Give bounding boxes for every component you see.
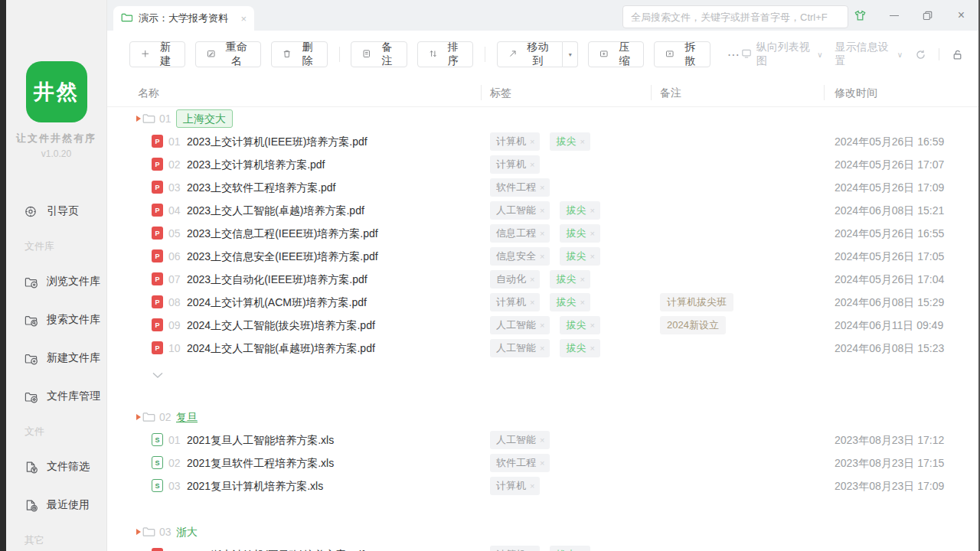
tag-remove-icon[interactable]: × bbox=[540, 252, 544, 261]
tag-chip[interactable]: 计算机× bbox=[490, 477, 540, 495]
sidebar-item[interactable]: 文件库管理 bbox=[6, 377, 106, 416]
tag-remove-icon[interactable]: × bbox=[540, 321, 544, 330]
tag-remove-icon[interactable]: × bbox=[530, 137, 534, 146]
tag-remove-icon[interactable]: × bbox=[590, 321, 594, 330]
lock-icon[interactable] bbox=[952, 49, 963, 60]
display-settings-dropdown[interactable]: 显示信息设置 ∨ bbox=[835, 41, 903, 68]
sidebar-item[interactable]: 文件筛选 bbox=[6, 448, 106, 486]
toolbar-button[interactable]: 排序 bbox=[417, 41, 473, 67]
file-name[interactable]: 2021复旦人工智能培养方案.xls bbox=[187, 429, 334, 452]
file-name[interactable]: 2024上交人工智能(卓越班)培养方案.pdf bbox=[187, 337, 375, 360]
tag-remove-icon[interactable]: × bbox=[590, 206, 594, 215]
toolbar-button[interactable]: 备注 bbox=[351, 41, 407, 67]
minimize-icon[interactable] bbox=[887, 9, 900, 22]
tag-chip[interactable]: 拔尖× bbox=[550, 132, 590, 151]
file-name[interactable]: 2021复旦计算机培养方案.xls bbox=[187, 474, 323, 497]
tag-chip[interactable]: 软件工程× bbox=[490, 178, 550, 197]
tag-chip[interactable]: 计算机× bbox=[490, 546, 540, 551]
tag-remove-icon[interactable]: × bbox=[540, 229, 544, 238]
tag-remove-icon[interactable]: × bbox=[530, 298, 534, 307]
tab-close-icon[interactable]: × bbox=[240, 13, 247, 24]
tag-chip[interactable]: 拔尖× bbox=[560, 247, 599, 266]
expand-arrow-icon[interactable] bbox=[136, 414, 141, 420]
tag-remove-icon[interactable]: × bbox=[590, 344, 594, 353]
tag-chip[interactable]: 信息工程× bbox=[490, 224, 550, 243]
tag-chip[interactable]: 拔尖× bbox=[560, 339, 599, 357]
tag-chip[interactable]: 拔尖× bbox=[560, 201, 599, 220]
tag-remove-icon[interactable]: × bbox=[580, 275, 584, 284]
tag-chip[interactable]: 自动化× bbox=[490, 270, 540, 289]
file-name[interactable]: 2024上交计算机(ACM班)培养方案.pdf bbox=[187, 291, 367, 314]
file-row[interactable]: P092024上交人工智能(拔尖班)培养方案.pdf人工智能×拔尖×2024新设… bbox=[107, 314, 978, 337]
tag-remove-icon[interactable]: × bbox=[530, 160, 534, 169]
tag-remove-icon[interactable]: × bbox=[530, 481, 534, 491]
toolbar-button[interactable]: 删除 bbox=[271, 41, 327, 67]
tag-chip[interactable]: 计算机× bbox=[490, 293, 540, 311]
folder-row[interactable]: 01上海交大 bbox=[107, 107, 978, 130]
file-name[interactable]: 2023上交软件工程培养方案.pdf bbox=[187, 176, 336, 199]
close-window-icon[interactable]: × bbox=[955, 9, 968, 22]
move-to-dropdown-arrow[interactable]: ▾ bbox=[563, 41, 578, 67]
sidebar-item[interactable]: 新建文件库 bbox=[6, 339, 106, 377]
view-mode-dropdown[interactable]: 纵向列表视图 ∨ bbox=[741, 41, 823, 68]
global-search-input[interactable] bbox=[622, 5, 848, 28]
folder-name[interactable]: 上海交大 bbox=[176, 109, 233, 128]
tag-chip[interactable]: 拔尖× bbox=[550, 293, 590, 311]
tag-remove-icon[interactable]: × bbox=[540, 206, 544, 215]
tag-remove-icon[interactable]: × bbox=[590, 229, 594, 238]
toolbar-button[interactable]: 新建 bbox=[129, 41, 185, 67]
restore-icon[interactable] bbox=[921, 9, 934, 22]
sidebar-item[interactable]: 搜索文件库 bbox=[6, 301, 106, 339]
file-row[interactable]: P052023上交信息工程(IEEE班)培养方案.pdf信息工程×拔尖×2024… bbox=[107, 222, 978, 245]
file-name[interactable]: 2023上交计算机培养方案.pdf bbox=[187, 153, 325, 176]
tag-chip[interactable]: 拔尖× bbox=[550, 546, 590, 551]
toolbar-button[interactable]: 移动到 bbox=[497, 41, 564, 67]
tag-remove-icon[interactable]: × bbox=[580, 298, 584, 307]
toolbar-button[interactable]: 拆散 bbox=[654, 41, 710, 67]
toolbar-button[interactable]: 压缩 bbox=[588, 41, 644, 67]
tag-chip[interactable]: 拔尖× bbox=[550, 270, 590, 289]
file-row[interactable]: S012021复旦人工智能培养方案.xls人工智能×2023年08月23日 17… bbox=[107, 429, 978, 452]
file-row[interactable]: P022023上交计算机培养方案.pdf计算机×2024年05月26日 17:0… bbox=[107, 153, 978, 176]
tag-chip[interactable]: 软件工程× bbox=[490, 454, 550, 472]
file-name[interactable]: 2023上交计算机(IEEE班)培养方案.pdf bbox=[187, 130, 368, 153]
refresh-icon[interactable] bbox=[915, 49, 926, 60]
file-row[interactable]: P012023上交计算机(IEEE班)培养方案.pdf计算机×拔尖×2024年0… bbox=[107, 130, 978, 153]
sidebar-item[interactable]: 引导页 bbox=[6, 192, 106, 230]
tag-chip[interactable]: 人工智能× bbox=[490, 431, 550, 449]
sidebar-item[interactable]: 最近使用 bbox=[6, 486, 106, 524]
folder-name[interactable]: 复旦 bbox=[176, 406, 198, 429]
folder-row[interactable]: 02复旦 bbox=[107, 406, 978, 429]
tag-chip[interactable]: 人工智能× bbox=[490, 201, 550, 220]
file-name[interactable]: 2023上交自动化(IEEE班)培养方案.pdf bbox=[187, 268, 368, 291]
tag-remove-icon[interactable]: × bbox=[540, 183, 544, 192]
more-actions-icon[interactable]: ⋯ bbox=[727, 47, 741, 62]
file-row[interactable]: P012021浙大计算机(图灵班)培养方案.pdf计算机×拔尖× bbox=[107, 543, 978, 551]
tag-chip[interactable]: 信息安全× bbox=[490, 247, 550, 266]
file-row[interactable]: P032023上交软件工程培养方案.pdf软件工程×2024年05月26日 17… bbox=[107, 176, 978, 199]
file-row[interactable]: P102024上交人工智能(卓越班)培养方案.pdf人工智能×拔尖×2024年0… bbox=[107, 337, 978, 360]
tag-chip[interactable]: 人工智能× bbox=[490, 316, 550, 334]
file-name[interactable]: 2023上交信息安全(IEEE班)培养方案.pdf bbox=[187, 245, 378, 268]
tag-remove-icon[interactable]: × bbox=[580, 137, 584, 146]
note-chip[interactable]: 2024新设立 bbox=[660, 316, 726, 334]
file-name[interactable]: 2021浙大计算机(图灵班)培养方案.pdf bbox=[187, 543, 364, 551]
expand-arrow-icon[interactable] bbox=[136, 529, 141, 535]
file-row[interactable]: P062023上交信息安全(IEEE班)培养方案.pdf信息安全×拔尖×2024… bbox=[107, 245, 978, 268]
tag-remove-icon[interactable]: × bbox=[530, 275, 534, 284]
expander-chevron-icon[interactable] bbox=[152, 368, 164, 382]
theme-skin-icon[interactable] bbox=[854, 9, 867, 22]
expand-arrow-icon[interactable] bbox=[136, 116, 141, 122]
file-row[interactable]: S022021复旦软件工程培养方案.xls软件工程×2023年08月23日 17… bbox=[107, 452, 978, 474]
tag-chip[interactable]: 拔尖× bbox=[560, 316, 599, 334]
tag-chip[interactable]: 拔尖× bbox=[560, 224, 599, 243]
tag-chip[interactable]: 人工智能× bbox=[490, 339, 550, 357]
file-name[interactable]: 2023上交人工智能(卓越)培养方案.pdf bbox=[187, 199, 364, 222]
toolbar-button[interactable]: 重命名 bbox=[195, 41, 261, 67]
file-name[interactable]: 2023上交信息工程(IEEE班)培养方案.pdf bbox=[187, 222, 378, 245]
tag-remove-icon[interactable]: × bbox=[590, 252, 594, 261]
tag-remove-icon[interactable]: × bbox=[540, 435, 544, 445]
tag-remove-icon[interactable]: × bbox=[540, 344, 544, 353]
folder-name[interactable]: 浙大 bbox=[176, 520, 198, 543]
note-chip[interactable]: 计算机拔尖班 bbox=[660, 293, 733, 311]
